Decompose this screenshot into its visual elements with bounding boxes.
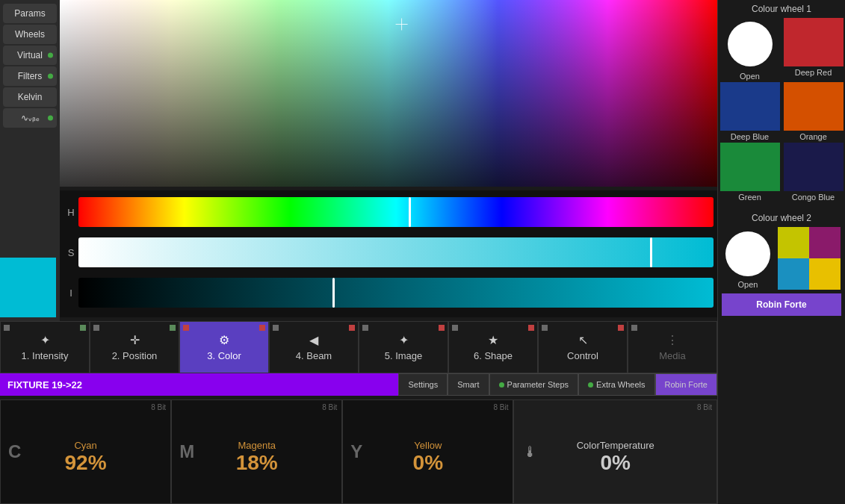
tab-image-corner [362, 325, 368, 331]
smart-button[interactable]: Smart [448, 373, 489, 396]
swatch-open-label: Open [740, 70, 760, 82]
extra-wheels-button[interactable]: Extra Wheels [578, 373, 654, 396]
tab-beam-label: 4. Beam [296, 350, 332, 361]
tab-shape-label: 6. Shape [474, 350, 513, 361]
tab-media[interactable]: ⋮ Media [628, 321, 717, 373]
robin-forte-active[interactable]: Robin Forte [722, 293, 841, 316]
filters-label: Filters [18, 71, 43, 81]
meters-area: 8 Bit C Cyan 92% 8 Bit M Magenta 18% 8 B… [0, 399, 717, 504]
swatch-congo-blue-label: Congo Blue [792, 191, 835, 203]
color-gradient-canvas[interactable] [60, 0, 717, 187]
control-icon: ↖ [578, 333, 588, 347]
tab-color[interactable]: ⚙ 3. Color [179, 321, 269, 373]
magenta-name: Magenta [238, 440, 276, 451]
parameter-steps-button[interactable]: Parameter Steps [489, 373, 579, 396]
swatch-deep-red[interactable]: Deep Red [781, 18, 845, 82]
swatch-orange-label: Orange [799, 131, 827, 143]
sidebar-item-filters[interactable]: Filters [3, 66, 57, 86]
mini-swatch-2[interactable] [809, 227, 841, 258]
tab-intensity[interactable]: ✦ 1. Intensity [0, 321, 90, 373]
hue-slider-row: H [60, 193, 717, 231]
beam-icon: ◀ [309, 333, 318, 347]
hue-slider[interactable] [78, 197, 714, 227]
thermometer-icon: 🌡 [523, 444, 538, 461]
swatch-green-label: Green [738, 191, 761, 203]
vibe-dot [48, 116, 53, 121]
tab-control[interactable]: ↖ Control [538, 321, 628, 373]
swatch-cw2-open[interactable]: Open [722, 228, 774, 289]
colour-wheel-2-title: Colour wheel 2 [718, 209, 845, 227]
intensity-icon: ✦ [40, 333, 50, 347]
robin-forte-section: Robin Forte [718, 293, 845, 316]
cyan-meter: 8 Bit C Cyan 92% [0, 399, 171, 504]
swatch-orange[interactable]: Orange [781, 82, 845, 143]
tab-image-dot [439, 325, 445, 331]
swatch-deep-blue-color [720, 82, 780, 131]
parameter-steps-dot [499, 382, 504, 388]
swatch-deep-blue[interactable]: Deep Blue [718, 82, 781, 143]
mini-swatch-4[interactable] [809, 258, 841, 290]
fixture-label: FIXTURE 19->22 [0, 373, 398, 396]
int-label: I [64, 287, 78, 299]
yellow-bit: 8 Bit [493, 403, 508, 411]
swatch-cw2-open-color [725, 231, 770, 276]
swatch-congo-blue[interactable]: Congo Blue [781, 143, 845, 203]
swatch-orange-color [784, 82, 844, 131]
tab-color-corner [183, 325, 189, 331]
mini-swatch-3[interactable] [778, 258, 809, 290]
tab-position-label: 2. Position [112, 350, 158, 361]
colour-wheel-1-title: Colour wheel 1 [718, 0, 845, 18]
params-label: Params [14, 8, 45, 19]
colour-wheel-1-swatches: Open Deep Red Deep Blue Orange Green Con… [718, 18, 845, 203]
tab-beam[interactable]: ◀ 4. Beam [269, 321, 359, 373]
sidebar-item-params[interactable]: Params [3, 4, 57, 23]
sat-thumb[interactable] [650, 237, 652, 267]
swatch-open[interactable]: Open [718, 18, 781, 82]
cyan-value: 92% [65, 451, 107, 475]
tab-position[interactable]: ✛ 2. Position [90, 321, 179, 373]
tab-color-label: 3. Color [207, 350, 241, 361]
magenta-value: 18% [236, 451, 278, 475]
sidebar-item-kelvin[interactable]: Kelvin [3, 87, 57, 107]
swatch-congo-blue-color [784, 143, 844, 191]
tab-control-dot [618, 325, 624, 331]
media-icon: ⋮ [666, 333, 678, 347]
swatch-deep-red-label: Deep Red [795, 66, 832, 78]
swatch-green-color [720, 143, 780, 191]
intensity-slider[interactable] [78, 278, 714, 308]
cw2-row: Open [718, 227, 845, 290]
mini-swatch-1[interactable] [778, 227, 809, 258]
tabs-area: ✦ 1. Intensity ✛ 2. Position ⚙ 3. Color … [0, 321, 717, 373]
tab-position-dot [170, 325, 176, 331]
cyan-preview-box [0, 258, 56, 317]
colortemp-value: 0% [600, 451, 630, 475]
swatch-green[interactable]: Green [718, 143, 781, 203]
intensity-slider-row: I [60, 274, 717, 311]
color-temp-meter: 8 Bit 🌡 ColorTemperature 0% [513, 399, 717, 504]
hue-label: H [64, 207, 78, 218]
magenta-letter: M [179, 441, 194, 462]
sidebar-item-vibe[interactable]: ∿ᵥᵦₑ [3, 108, 57, 128]
magenta-meter: 8 Bit M Magenta 18% [171, 399, 342, 504]
yellow-meter: 8 Bit Y Yellow 0% [342, 399, 513, 504]
settings-button[interactable]: Settings [398, 373, 448, 396]
tab-image[interactable]: ✦ 5. Image [359, 321, 448, 373]
saturation-slider-row: S [60, 234, 717, 271]
cw2-mini-swatches [778, 227, 841, 290]
magenta-bit: 8 Bit [322, 403, 337, 411]
yellow-name: Yellow [414, 440, 442, 451]
robin-forte-button[interactable]: Robin Forte [655, 373, 717, 396]
hue-thumb[interactable] [409, 197, 411, 227]
tab-shape-dot [528, 325, 534, 331]
tab-shape[interactable]: ★ 6. Shape [448, 321, 538, 373]
tab-beam-dot [349, 325, 355, 331]
tab-shape-corner [452, 325, 458, 331]
saturation-slider[interactable] [78, 237, 714, 267]
sidebar-item-wheels[interactable]: Wheels [3, 25, 57, 44]
swatch-deep-red-color [784, 18, 844, 66]
tab-media-label: Media [659, 350, 685, 361]
yellow-value: 0% [413, 451, 443, 475]
sidebar-item-virtual[interactable]: Virtual [3, 46, 57, 65]
tab-intensity-dot [80, 325, 86, 331]
int-thumb[interactable] [332, 278, 335, 308]
